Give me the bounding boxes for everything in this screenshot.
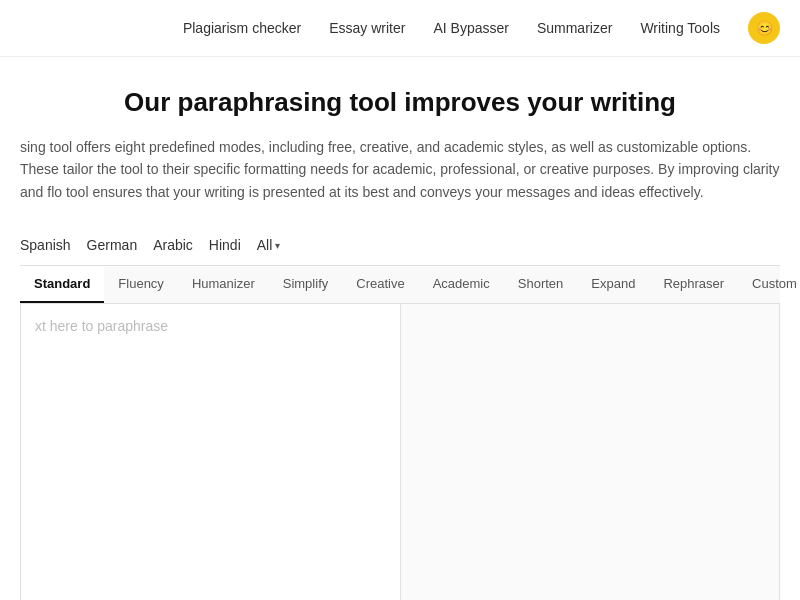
lang-tab-hindi[interactable]: Hindi [209,233,241,257]
mode-tabs: Standard Fluency Humanizer Simplify Crea… [20,266,780,304]
nav-summarizer[interactable]: Summarizer [537,20,612,36]
nav-writing-tools[interactable]: Writing Tools [640,20,720,36]
mode-tab-rephraser[interactable]: Rephraser [649,266,738,303]
mode-tab-custom[interactable]: Custom [738,266,800,303]
mode-tab-fluency[interactable]: Fluency [104,266,178,303]
mode-tab-humanizer[interactable]: Humanizer [178,266,269,303]
nav-essay-writer[interactable]: Essay writer [329,20,405,36]
hero-description: sing tool offers eight predefined modes,… [20,136,780,203]
lang-tab-arabic[interactable]: Arabic [153,233,193,257]
lang-tab-all[interactable]: All ▾ [257,237,281,253]
mode-tab-academic[interactable]: Academic [419,266,504,303]
mode-tab-simplify[interactable]: Simplify [269,266,343,303]
editor-left-panel [21,304,401,600]
language-tabs: Spanish German Arabic Hindi All ▾ [20,225,780,266]
mode-tab-shorten[interactable]: Shorten [504,266,578,303]
main-nav: Plagiarism checker Essay writer AI Bypas… [0,0,800,57]
editor-right-panel [401,304,780,600]
mode-tab-creative[interactable]: Creative [342,266,418,303]
nav-plagiarism-checker[interactable]: Plagiarism checker [183,20,301,36]
chevron-down-icon: ▾ [275,240,280,251]
nav-links: Plagiarism checker Essay writer AI Bypas… [183,12,780,44]
lang-tab-german[interactable]: German [87,233,138,257]
main-content: Our paraphrasing tool improves your writ… [0,57,800,600]
page-title: Our paraphrasing tool improves your writ… [20,87,780,118]
paraphrase-input[interactable] [35,318,386,589]
editor-section [20,304,780,600]
mode-tab-expand[interactable]: Expand [577,266,649,303]
nav-ai-bypasser[interactable]: AI Bypasser [433,20,508,36]
avatar[interactable]: 😊 [748,12,780,44]
mode-tab-standard[interactable]: Standard [20,266,104,303]
lang-all-label: All [257,237,273,253]
lang-tab-spanish[interactable]: Spanish [20,233,71,257]
